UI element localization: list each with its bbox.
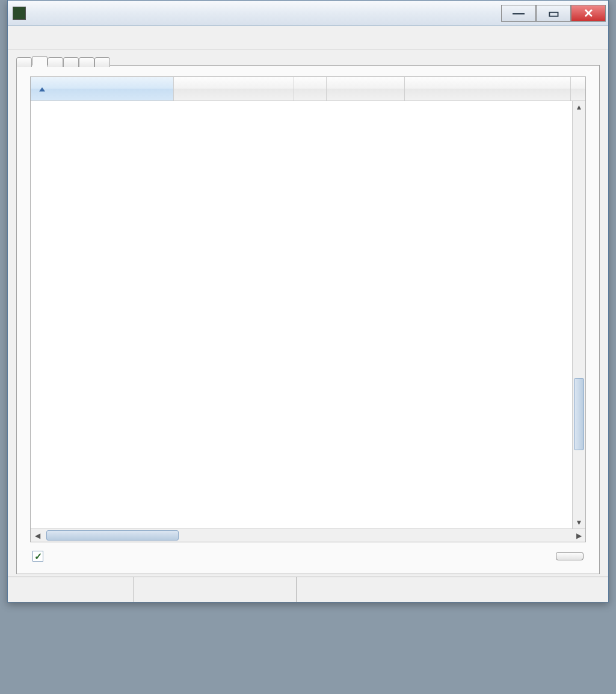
window-controls: — ▭ ✕ <box>501 5 606 22</box>
end-process-button[interactable] <box>556 552 584 560</box>
column-header-description[interactable] <box>405 77 571 101</box>
tab-processes[interactable] <box>32 56 48 66</box>
processes-panel: ▲ ▼ ◀ ▶ ✓ <box>16 65 600 574</box>
sort-ascending-icon <box>39 87 45 91</box>
column-header-memory[interactable] <box>327 77 405 101</box>
column-header-spacer <box>571 77 585 101</box>
process-table: ▲ ▼ ◀ ▶ <box>30 76 586 542</box>
horizontal-scroll-track[interactable] <box>44 529 572 542</box>
column-header-cpu[interactable] <box>294 77 327 101</box>
content-area: ▲ ▼ ◀ ▶ ✓ <box>8 50 608 577</box>
tab-networking[interactable] <box>79 57 94 67</box>
column-header-user[interactable] <box>174 77 294 101</box>
status-processes <box>8 577 134 602</box>
maximize-button[interactable]: ▭ <box>536 5 571 22</box>
scroll-down-icon[interactable]: ▼ <box>573 516 585 528</box>
tabstrip <box>16 56 600 66</box>
column-header-name[interactable] <box>31 77 174 101</box>
titlebar[interactable]: — ▭ ✕ <box>8 1 608 26</box>
tab-applications[interactable] <box>16 57 32 67</box>
vertical-scroll-thumb[interactable] <box>574 378 584 450</box>
scroll-up-icon[interactable]: ▲ <box>573 101 585 113</box>
task-manager-window: — ▭ ✕ <box>7 0 609 603</box>
table-header <box>31 77 585 101</box>
scroll-left-icon[interactable]: ◀ <box>31 531 44 540</box>
menubar <box>8 26 608 50</box>
show-all-users-checkbox[interactable]: ✓ <box>32 551 43 562</box>
status-memory <box>297 577 608 602</box>
horizontal-scrollbar[interactable]: ◀ ▶ <box>31 528 585 542</box>
panel-bottom-row: ✓ <box>30 542 586 565</box>
scroll-right-icon[interactable]: ▶ <box>572 531 585 540</box>
vertical-scrollbar[interactable]: ▲ ▼ <box>572 101 585 528</box>
table-body: ▲ ▼ <box>31 101 585 528</box>
statusbar <box>8 577 608 602</box>
minimize-button[interactable]: — <box>501 5 536 22</box>
close-button[interactable]: ✕ <box>571 5 606 22</box>
tab-performance[interactable] <box>63 57 79 67</box>
status-cpu <box>134 577 297 602</box>
horizontal-scroll-thumb[interactable] <box>46 530 179 541</box>
tab-services[interactable] <box>48 57 63 67</box>
app-icon <box>13 7 26 20</box>
tab-users[interactable] <box>94 57 110 67</box>
